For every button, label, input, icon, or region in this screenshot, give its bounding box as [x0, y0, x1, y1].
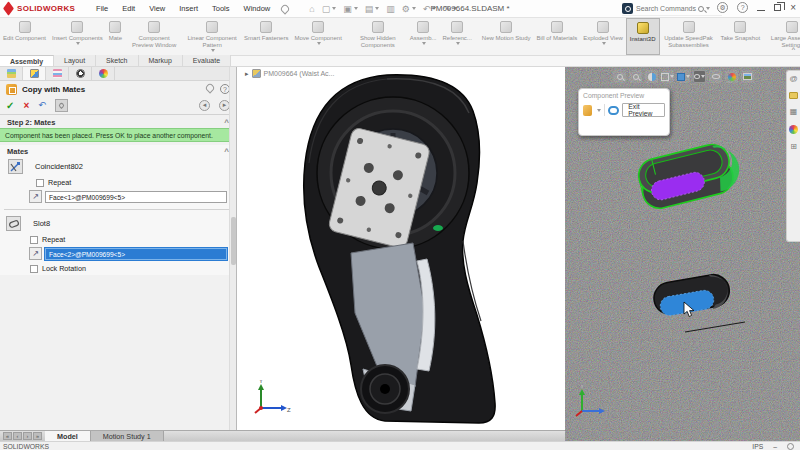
next-tab-icon[interactable]: ›	[23, 432, 32, 440]
repeat-checkbox[interactable]	[30, 236, 38, 244]
chevron-down-icon	[76, 42, 80, 45]
menu-window[interactable]: Window	[237, 2, 278, 15]
slot-preview-icon[interactable]	[608, 106, 619, 115]
tab-evaluate[interactable]: Evaluate	[183, 55, 231, 66]
move-with-triad-icon[interactable]	[583, 105, 592, 116]
tab-model[interactable]: Model	[45, 431, 91, 441]
zoom-fit-icon[interactable]	[613, 70, 626, 83]
cad-model[interactable]	[267, 71, 565, 427]
apply-scene-icon[interactable]	[741, 70, 754, 83]
open-icon[interactable]: ▣	[341, 4, 360, 14]
tab-configuration-manager[interactable]	[46, 67, 69, 80]
face-selection-field[interactable]: Face<1>@PM009699<5>	[45, 191, 227, 203]
view-orientation-icon[interactable]	[661, 70, 674, 83]
chevron-down-icon[interactable]	[706, 7, 710, 10]
mate-item-slot[interactable]: Slot8	[0, 214, 236, 233]
menu-view[interactable]: View	[142, 2, 172, 15]
ribbon-component-preview-window[interactable]: Component Preview Window	[125, 18, 183, 55]
edit-appearance-icon[interactable]	[725, 70, 738, 83]
menu-pin-icon[interactable]	[280, 3, 291, 14]
preview-triad: Y	[573, 385, 609, 419]
search-input[interactable]	[636, 5, 698, 12]
help-icon[interactable]: ?	[737, 2, 748, 13]
preview-slot-component[interactable]	[623, 141, 753, 226]
mate-item-coincident[interactable]: Coincident802	[0, 157, 236, 176]
undo-button[interactable]: ↶	[38, 100, 46, 110]
tab-display-manager[interactable]	[92, 67, 115, 80]
assembly-features-icon	[417, 21, 429, 33]
menu-file[interactable]: File	[89, 2, 115, 15]
shaded-view-icon[interactable]	[677, 70, 690, 83]
exit-preview-button[interactable]: Exit Preview	[622, 103, 665, 117]
ribbon-edit-component[interactable]: Edit Component	[0, 18, 49, 55]
ribbon-update-speedpak[interactable]: Update SpeedPak Subassemblies	[660, 18, 718, 55]
close-button[interactable]: ×	[790, 3, 796, 13]
ok-button[interactable]: ✓	[6, 100, 14, 111]
tab-motion-study-1[interactable]: Motion Study 1	[91, 431, 164, 441]
mates-section-header[interactable]: Mates ^	[0, 145, 236, 157]
last-tab-icon[interactable]: »	[33, 432, 42, 440]
custom-properties-icon[interactable]: ⊞	[790, 143, 797, 151]
main-viewport[interactable]: ▸ PM009664 (Waist Ac...	[237, 67, 565, 430]
tab-feature-tree[interactable]	[0, 67, 23, 80]
minimize-button[interactable]	[757, 10, 765, 11]
tab-dimxpert-manager[interactable]	[69, 67, 92, 80]
ribbon-assembly-features[interactable]: Assemb...	[407, 18, 440, 55]
appearances-icon[interactable]	[789, 125, 798, 134]
home-icon[interactable]: ⌂	[307, 4, 316, 14]
menu-insert[interactable]: Insert	[172, 2, 205, 15]
options-icon[interactable]: ⚙	[717, 2, 728, 13]
tab-sketch[interactable]: Sketch	[96, 55, 138, 66]
repeat-checkbox[interactable]	[36, 179, 44, 187]
component-preview-viewport[interactable]: Component Preview Exit Preview	[565, 67, 800, 441]
units-indicator[interactable]: IPS	[752, 443, 763, 450]
prev-tab-icon[interactable]: ‹	[13, 432, 22, 440]
menu-tools[interactable]: Tools	[205, 2, 237, 15]
tab-property-manager[interactable]	[23, 67, 46, 80]
cancel-button[interactable]: ×	[23, 100, 29, 111]
save-icon[interactable]: ▤	[363, 4, 382, 14]
ribbon-instant3d[interactable]: Instant3D	[626, 18, 660, 55]
ribbon-insert-components[interactable]: Insert Components	[49, 18, 106, 55]
previous-mate-button[interactable]: ◂	[199, 100, 210, 111]
face-selection-field-selected[interactable]: Face<2>@PM009699<5>	[45, 248, 227, 260]
zoom-area-icon[interactable]	[629, 70, 642, 83]
ribbon-show-hidden-components[interactable]: Show Hidden Components	[349, 18, 407, 55]
keep-visible-pin-icon[interactable]	[204, 82, 215, 93]
resources-icon[interactable]: @	[789, 75, 797, 83]
ribbon-smart-fasteners[interactable]: Smart Fasteners	[241, 18, 291, 55]
file-explorer-icon[interactable]: ▦	[790, 108, 798, 116]
display-style-icon[interactable]	[693, 70, 706, 83]
lock-rotation-row: Lock Rotation	[0, 262, 236, 275]
ribbon-collapse-icon[interactable]: ^	[792, 46, 795, 53]
tab-markup[interactable]: Markup	[139, 55, 183, 66]
lock-rotation-checkbox[interactable]	[30, 265, 38, 273]
face-pick-icon[interactable]: ↗	[29, 190, 42, 203]
ribbon-mate[interactable]: Mate	[106, 18, 125, 55]
ribbon-bill-of-materials[interactable]: Bill of Materials	[534, 18, 581, 55]
tab-assembly[interactable]: Assembly	[0, 55, 54, 66]
design-library-icon[interactable]	[789, 92, 798, 99]
dimxpert-icon	[76, 69, 85, 78]
menu-edit[interactable]: Edit	[115, 2, 142, 15]
restore-button[interactable]	[774, 4, 781, 11]
first-tab-icon[interactable]: «	[3, 432, 12, 440]
search-icon[interactable]	[698, 6, 704, 12]
ribbon-linear-component-pattern[interactable]: Linear Component Pattern	[183, 18, 241, 55]
ribbon-exploded-view[interactable]: Exploded View	[580, 18, 626, 55]
new-document-icon[interactable]: ▢	[320, 4, 339, 14]
expand-icon[interactable]: ▸	[245, 70, 249, 78]
ribbon-take-snapshot[interactable]: Take Snapshot	[718, 18, 764, 55]
hide-show-items-icon[interactable]	[709, 70, 722, 83]
ribbon-reference-geometry[interactable]: Referenc...	[439, 18, 474, 55]
tab-layout[interactable]: Layout	[54, 55, 96, 66]
chevron-down-icon[interactable]	[597, 109, 601, 112]
pin-toggle-button[interactable]	[55, 99, 68, 112]
panel-scrollbar[interactable]	[229, 67, 236, 430]
face-pick-icon[interactable]: ↗	[29, 247, 42, 260]
scrollbar-thumb[interactable]	[231, 217, 236, 265]
section-view-icon[interactable]	[645, 70, 658, 83]
ribbon-move-component[interactable]: Move Component	[291, 18, 344, 55]
ribbon-new-motion-study[interactable]: New Motion Study	[479, 18, 534, 55]
step-section-header[interactable]: Step 2: Mates ^	[0, 116, 236, 128]
